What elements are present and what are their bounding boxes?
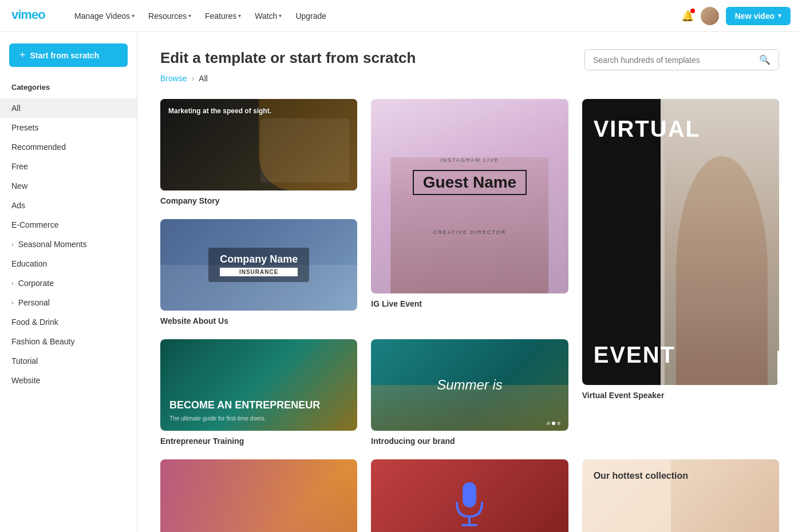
- vimeo-logo[interactable]: vimeo: [11, 6, 53, 26]
- breadcrumb-browse[interactable]: Browse: [160, 74, 187, 83]
- template-card-brand[interactable]: Introducing our brand Luxury Hotel Promo: [160, 459, 357, 532]
- template-thumb-podcast: [371, 459, 568, 532]
- nav-manage-videos[interactable]: Manage Videos ▾: [69, 8, 140, 24]
- sidebar-item-tutorial[interactable]: Tutorial: [0, 351, 137, 371]
- nav-right: 🔔 New video ▾: [681, 7, 791, 25]
- template-grid: Marketing at the speed of sight. Company…: [160, 99, 779, 532]
- virtual-word1: VIRTUAL: [594, 116, 701, 142]
- template-thumb-hotel: Summer is: [371, 339, 568, 431]
- notification-bell[interactable]: 🔔: [681, 10, 694, 22]
- start-from-scratch-button[interactable]: + Start from scratch: [9, 43, 128, 67]
- plus-icon: +: [19, 49, 26, 61]
- website-type: INSURANCE: [220, 268, 298, 276]
- template-card-collection[interactable]: Our hottest collection: [582, 459, 779, 532]
- sidebar-item-fashion-beauty[interactable]: Fashion & Beauty: [0, 332, 137, 351]
- template-thumb-entrepreneur: BECOME AN ENTREPRENEUR The ultimate guid…: [160, 339, 357, 431]
- main-layout: + Start from scratch Categories All Pres…: [0, 32, 802, 532]
- template-card-virtual-event[interactable]: VIRTUAL EVENT Virtual Event Speaker: [582, 99, 779, 446]
- page-title: Edit a template or start from scratch: [160, 49, 416, 67]
- template-card-company-story[interactable]: Marketing at the speed of sight. Company…: [160, 99, 357, 205]
- nav-upgrade[interactable]: Upgrade: [290, 8, 332, 24]
- chevron-down-icon: ▾: [238, 13, 241, 19]
- user-avatar[interactable]: [701, 7, 719, 25]
- breadcrumb-separator: ›: [192, 74, 195, 83]
- nav-items: Manage Videos ▾ Resources ▾ Features ▾ W…: [69, 8, 681, 24]
- hotel-text: Summer is: [437, 377, 503, 393]
- template-thumb-virtual: VIRTUAL EVENT: [582, 99, 779, 385]
- new-video-button[interactable]: New video ▾: [726, 7, 791, 25]
- sidebar-item-education[interactable]: Education: [0, 254, 137, 273]
- ig-live-name: Guest Name: [413, 170, 527, 195]
- search-input[interactable]: [593, 55, 754, 65]
- chevron-right-icon: ›: [11, 299, 14, 306]
- ig-live-label: INSTAGRAM LIVE: [413, 157, 527, 163]
- template-thumb-brand: Introducing our brand: [160, 459, 357, 532]
- template-card-website[interactable]: Company Name INSURANCE Website About Us: [160, 219, 357, 325]
- svg-text:vimeo: vimeo: [11, 7, 45, 22]
- template-thumb-collection: Our hottest collection: [582, 459, 779, 532]
- sidebar-item-new[interactable]: New: [0, 176, 137, 196]
- chevron-down-icon: ▾: [778, 12, 781, 19]
- nav-resources[interactable]: Resources ▾: [143, 8, 197, 24]
- chevron-right-icon: ›: [11, 280, 14, 287]
- page-header-row: Edit a template or start from scratch Br…: [160, 49, 779, 94]
- template-name: Virtual Event Speaker: [582, 391, 779, 400]
- search-bar[interactable]: 🔍: [584, 49, 779, 70]
- sidebar-item-free[interactable]: Free: [0, 157, 137, 176]
- template-name: Introducing our brand: [371, 436, 568, 446]
- template-card-entrepreneur[interactable]: BECOME AN ENTREPRENEUR The ultimate guid…: [160, 339, 357, 446]
- categories-heading: Categories: [0, 78, 137, 96]
- chevron-down-icon: ▾: [188, 13, 191, 19]
- sidebar-item-personal[interactable]: › Personal: [0, 293, 137, 312]
- svg-rect-1: [463, 482, 476, 507]
- sidebar-item-ads[interactable]: Ads: [0, 196, 137, 215]
- main-content: Edit a template or start from scratch Br…: [137, 32, 802, 532]
- entrepreneur-subtitle: The ultimate guide for first-time doers.: [169, 415, 266, 422]
- template-thumb-ig-live: INSTAGRAM LIVE Guest Name CREATIVE DIREC…: [371, 99, 568, 293]
- sidebar-item-presets[interactable]: Presets: [0, 118, 137, 137]
- template-name: Company Story: [160, 196, 357, 205]
- page-header: Edit a template or start from scratch Br…: [160, 49, 416, 83]
- template-thumb-website: Company Name INSURANCE: [160, 219, 357, 311]
- sidebar-item-food-drink[interactable]: Food & Drink: [0, 312, 137, 332]
- nav-features[interactable]: Features ▾: [199, 8, 247, 24]
- template-name: IG Live Event: [371, 299, 568, 308]
- sidebar-item-ecommerce[interactable]: E-Commerce: [0, 215, 137, 235]
- search-icon: 🔍: [759, 54, 771, 65]
- podcast-mic-icon: [452, 482, 487, 528]
- chevron-down-icon: ▾: [279, 13, 282, 19]
- template-thumb-company-story: Marketing at the speed of sight.: [160, 99, 357, 190]
- virtual-word2: EVENT: [594, 342, 675, 368]
- website-company-name: Company Name: [220, 253, 298, 265]
- chevron-right-icon: ›: [11, 241, 14, 248]
- sidebar: + Start from scratch Categories All Pres…: [0, 32, 137, 532]
- template-card-hotel[interactable]: Summer is Introducing our brand: [371, 339, 568, 446]
- chevron-down-icon: ▾: [132, 13, 135, 19]
- breadcrumb-current: All: [199, 74, 208, 83]
- collection-text: Our hottest collection: [594, 471, 688, 481]
- sidebar-item-all[interactable]: All: [0, 98, 137, 118]
- template-name: Entrepreneur Training: [160, 436, 357, 446]
- ig-live-role: CREATIVE DIRECTOR: [413, 229, 527, 235]
- sidebar-item-recommended[interactable]: Recommended: [0, 137, 137, 157]
- template-name: Website About Us: [160, 316, 357, 325]
- entrepreneur-title: BECOME AN ENTREPRENEUR: [169, 399, 320, 412]
- top-navigation: vimeo Manage Videos ▾ Resources ▾ Featur…: [0, 0, 802, 32]
- sidebar-item-corporate[interactable]: › Corporate: [0, 273, 137, 293]
- template-card-ig-live[interactable]: INSTAGRAM LIVE Guest Name CREATIVE DIREC…: [371, 99, 568, 325]
- template-card-podcast[interactable]: Podcast: [371, 459, 568, 532]
- notification-dot: [690, 9, 695, 13]
- sidebar-item-website[interactable]: Website: [0, 371, 137, 390]
- sidebar-item-seasonal-moments[interactable]: › Seasonal Moments: [0, 235, 137, 254]
- breadcrumb: Browse › All: [160, 74, 416, 83]
- nav-watch[interactable]: Watch ▾: [249, 8, 287, 24]
- template-overlay-text: Marketing at the speed of sight.: [168, 107, 271, 115]
